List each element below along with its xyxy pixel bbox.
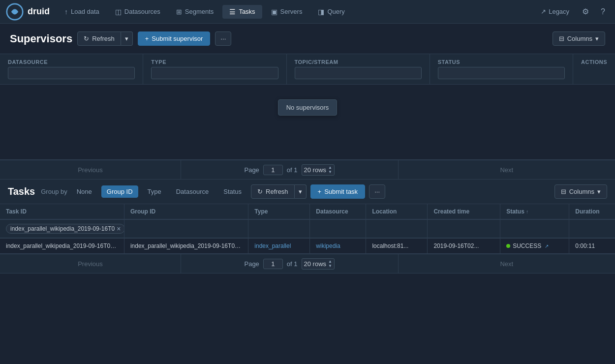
type-link[interactable]: index_parallel (254, 243, 291, 249)
tasks-columns-label: Columns (569, 188, 594, 195)
duration-column-header[interactable]: Duration (569, 204, 615, 219)
tasks-of-label: of 1 (287, 260, 298, 268)
tasks-previous-button[interactable]: Previous (0, 254, 181, 273)
nav-item-query[interactable]: ◨ Query (311, 5, 351, 19)
supervisors-pagination: Previous Page of 1 20 rows ▲ ▼ Next (0, 160, 615, 180)
topic-filter-input[interactable] (295, 67, 422, 79)
task-id-column-header[interactable]: Task ID (0, 204, 124, 219)
datasource-column-header[interactable]: Datasource (310, 204, 366, 219)
nav-item-tasks[interactable]: ☰ Tasks (222, 5, 262, 19)
no-supervisors-tooltip: No supervisors (278, 99, 338, 116)
type-column-header[interactable]: Type (248, 204, 310, 219)
supervisors-filter-row: Datasource Type Topic/Stream Status Acti… (0, 54, 615, 85)
group-by-none-button[interactable]: None (71, 185, 97, 198)
tasks-title: Tasks (8, 186, 35, 197)
columns-chevron-icon: ▾ (595, 35, 599, 42)
tasks-columns-button[interactable]: ⊟ Columns ▾ (554, 184, 607, 199)
group-status-label: Status (223, 188, 242, 195)
created-time-column-header[interactable]: Created time (428, 204, 500, 219)
row-status: SUCCESS ↗ (500, 238, 569, 254)
status-filter-label: Status (438, 59, 565, 65)
group-datasource-label: Datasource (176, 188, 209, 195)
group-group-id-label: Group ID (107, 188, 133, 195)
tasks-spinner-up-icon[interactable]: ▲ (328, 260, 332, 264)
supervisors-columns-button[interactable]: ⊟ Columns ▾ (553, 31, 605, 46)
servers-icon: ▣ (271, 8, 277, 16)
supervisors-more-button[interactable]: ··· (215, 31, 231, 46)
refresh-label: Refresh (92, 35, 115, 42)
submit-task-button[interactable]: + Submit task (310, 184, 366, 199)
status-label: Status (506, 208, 524, 215)
nav-item-datasources[interactable]: ◫ Datasources (108, 5, 167, 19)
help-button[interactable]: ? (597, 5, 609, 18)
row-duration: 0:00:11 (569, 238, 615, 254)
submit-supervisor-button[interactable]: + Submit supervisor (138, 31, 211, 46)
datasource-link[interactable]: wikipedia (316, 243, 340, 249)
created-time-value: 2019-09-16T02... (433, 243, 479, 249)
spinner-up-icon[interactable]: ▲ (328, 166, 332, 170)
group-by-group-id-button[interactable]: Group ID (101, 185, 138, 198)
status-column-header[interactable]: Status (500, 204, 569, 219)
type-label: Type (254, 208, 268, 215)
rows-label: 20 rows (304, 166, 327, 174)
supervisors-title: Supervisors (10, 32, 72, 45)
type-filter-cell (248, 219, 310, 238)
supervisors-status-filter: Status (430, 54, 573, 84)
nav-item-segments[interactable]: ⊞ Segments (169, 5, 221, 19)
main-content: Supervisors ↻ Refresh ▾ + Submit supervi… (0, 24, 615, 364)
tasks-header: Tasks Group by None Group ID Type Dataso… (0, 180, 615, 204)
group-none-label: None (77, 188, 92, 195)
status-filter-input[interactable] (438, 67, 565, 79)
supervisors-datasource-filter: Datasource (0, 54, 143, 84)
tasks-refresh-icon: ↻ (257, 188, 263, 195)
supervisors-previous-button[interactable]: Previous (0, 160, 181, 179)
tasks-ellipsis-icon: ··· (374, 188, 380, 195)
nav-item-servers[interactable]: ▣ Servers (264, 5, 309, 19)
tasks-page-input[interactable] (263, 259, 283, 269)
group-by-type-button[interactable]: Type (142, 185, 167, 198)
datasources-icon: ◫ (115, 8, 122, 16)
nav-label-load-data: Load data (71, 8, 99, 15)
filter-tag-close-button[interactable]: × (117, 225, 121, 232)
refresh-button[interactable]: ↻ Refresh (77, 31, 121, 46)
plus-icon: + (145, 35, 149, 42)
tasks-spinner-down-icon[interactable]: ▼ (328, 264, 332, 268)
tasks-next-button[interactable]: Next (398, 254, 615, 273)
location-column-header[interactable]: Location (366, 204, 428, 219)
tasks-more-button[interactable]: ··· (369, 184, 385, 199)
supervisors-page-input[interactable] (263, 165, 283, 175)
load-data-icon: ↑ (64, 8, 68, 16)
refresh-dropdown-button[interactable]: ▾ (121, 31, 133, 46)
previous-label: Previous (78, 166, 103, 174)
tasks-rows-spinner[interactable]: ▲ ▼ (328, 260, 332, 268)
tasks-next-label: Next (500, 260, 513, 268)
group-id-column-header[interactable]: Group ID (124, 204, 248, 219)
row-location: localhost:81... (366, 238, 428, 254)
group-id-filter-cell (124, 219, 248, 238)
datasource-filter-input[interactable] (8, 67, 135, 79)
nav-label-query: Query (327, 8, 344, 15)
tasks-refresh-dropdown-button[interactable]: ▾ (295, 184, 307, 199)
tasks-rows-select[interactable]: 20 rows ▲ ▼ (302, 258, 335, 270)
duration-value: 0:00:11 (575, 243, 595, 249)
spinner-down-icon[interactable]: ▼ (328, 170, 332, 174)
settings-button[interactable]: ⚙ (578, 5, 593, 18)
logo: druid (6, 3, 50, 21)
nav-item-load-data[interactable]: ↑ Load data (58, 5, 106, 19)
task-id-label: Task ID (6, 208, 27, 215)
legacy-label: Legacy (549, 8, 569, 15)
group-by-datasource-button[interactable]: Datasource (171, 185, 214, 198)
rows-spinner[interactable]: ▲ ▼ (328, 166, 332, 174)
supervisors-next-button[interactable]: Next (398, 160, 615, 179)
location-filter-cell (366, 219, 428, 238)
legacy-button[interactable]: ↗ Legacy (536, 6, 574, 17)
type-filter-input[interactable] (151, 67, 278, 79)
tasks-refresh-button[interactable]: ↻ Refresh (251, 184, 295, 199)
duration-label: Duration (575, 208, 599, 215)
supervisors-rows-select[interactable]: 20 rows ▲ ▼ (302, 164, 335, 176)
type-filter-label: Type (151, 59, 278, 65)
tasks-page-info: Page of 1 20 rows ▲ ▼ (181, 258, 398, 270)
group-type-label: Type (148, 188, 161, 195)
location-value: localhost:81... (372, 243, 408, 249)
group-by-status-button[interactable]: Status (218, 185, 247, 198)
